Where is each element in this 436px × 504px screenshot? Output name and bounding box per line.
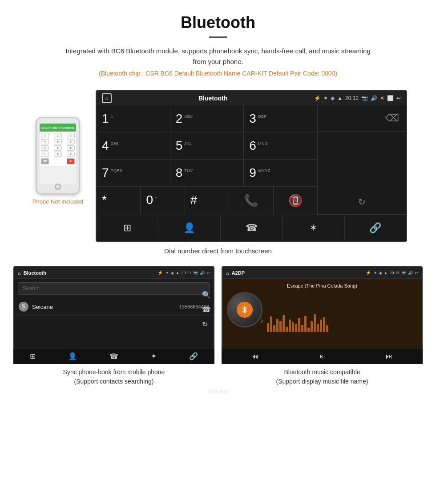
- action-contacts[interactable]: 👤: [158, 215, 220, 241]
- phone-key-8: 8: [54, 145, 62, 151]
- music-title: A2DP: [232, 270, 363, 276]
- refresh-icon: ↻: [358, 196, 366, 207]
- next-skip-icon[interactable]: ⏭: [386, 352, 393, 360]
- phonebook-usb-icon: ⚡: [157, 270, 163, 275]
- dialpad-row-1: 1 ⌂ 2 ABC 3 DEF: [97, 105, 317, 132]
- status-left: ⌂: [102, 93, 112, 103]
- location-icon: ◈: [331, 95, 335, 101]
- search-side-icon[interactable]: 🔍: [202, 291, 211, 299]
- backspace-btn[interactable]: ⌫: [318, 105, 406, 132]
- backspace-icon: ⌫: [385, 112, 399, 124]
- page-description: Integrated with BC6 Bluetooth module, su…: [62, 46, 374, 67]
- music-time: 20:15: [389, 271, 400, 275]
- dial-caption: Dial number direct from touchscreen: [0, 242, 436, 262]
- phonebook-side-actions: 🔍 ☎ ↻: [202, 291, 211, 328]
- phone-key-9: 9: [67, 145, 75, 151]
- music-screenshot: ⌂ A2DP ⚡ ✶ ◈ ▲ 20:15 📷 🔊 ↩ Escape (: [222, 266, 423, 386]
- phone-image: M320 + Add to Contacts 1 2 3 4 5 6: [36, 117, 80, 195]
- phonebook-caption: Sync phone-book from mobile phone (Suppo…: [63, 368, 165, 386]
- phonebook-status-right: ✶ ◈ ▲ 20:11 📷 🔊 ↩: [166, 271, 210, 275]
- phone-screen-header: M320 + Add to Contacts: [40, 124, 76, 132]
- main-screen-section: M320 + Add to Contacts 1 2 3 4 5 6: [0, 81, 436, 242]
- phone-keypad: 1 2 3 4 5 6 7 8 9 *: [40, 132, 76, 166]
- bluetooth-icon: ✶: [309, 222, 317, 234]
- pb-link-icon[interactable]: 🔗: [189, 352, 198, 360]
- dialpad-actions: ⊞ 👤 ☎ ✶ 🔗: [97, 215, 406, 241]
- music-bt-icon: ✶: [374, 271, 377, 275]
- phonebook-screen: ⌂ Bluetooth ⚡ ✶ ◈ ▲ 20:11 📷 🔊 ↩ Sea: [13, 266, 214, 364]
- dial-key-8[interactable]: 8 TUV: [170, 160, 244, 186]
- phonebook-loc-icon: ◈: [171, 271, 174, 275]
- page-title: Bluetooth: [9, 13, 427, 32]
- android-dialpad-screen: ⌂ Bluetooth ⚡ ✶ ◈ ▲ 20:12 📷 🔊 ✕ ⬜ ↩: [96, 90, 407, 242]
- bluetooth-badge: [237, 302, 253, 318]
- back-icon: ↩: [396, 95, 401, 101]
- action-dialpad[interactable]: ⊞: [97, 215, 158, 241]
- watermark: Seicane: [0, 386, 436, 396]
- dial-key-0[interactable]: 0 +: [141, 187, 185, 215]
- music-status-right: ✶ ◈ ▲ 20:15 📷 🔊 ↩: [374, 271, 418, 275]
- music-loc-icon: ◈: [379, 271, 382, 275]
- phone-key-2: 2: [54, 133, 62, 138]
- phone-screen: M320 + Add to Contacts 1 2 3 4 5 6: [40, 124, 76, 184]
- bt-status-icon: ✶: [323, 95, 328, 101]
- play-pause-icon[interactable]: ⏯: [319, 352, 326, 360]
- phonebook-search-bar[interactable]: Search: [18, 282, 210, 295]
- music-usb-icon: ⚡: [366, 270, 371, 275]
- music-screen: ⌂ A2DP ⚡ ✶ ◈ ▲ 20:15 📷 🔊 ↩ Escape (: [222, 266, 423, 364]
- title-divider: [209, 36, 227, 38]
- phone-key-hash: #: [67, 152, 75, 157]
- dial-input-area: [318, 132, 406, 189]
- dial-key-2[interactable]: 2 ABC: [170, 105, 244, 132]
- pb-bt-icon[interactable]: ✶: [151, 352, 157, 360]
- dial-key-star[interactable]: *: [97, 187, 141, 215]
- dial-key-4[interactable]: 4 GHI: [97, 132, 170, 159]
- dialpad-row-4: * 0 + # 📞 📵: [97, 187, 317, 215]
- phone-home-btn: [55, 184, 61, 190]
- prev-skip-icon[interactable]: ⏮: [251, 352, 258, 360]
- dial-key-3[interactable]: 3 DEF: [244, 105, 317, 132]
- camera-icon: 📷: [361, 95, 368, 101]
- pb-dialpad-icon[interactable]: ⊞: [30, 352, 36, 360]
- dial-key-7[interactable]: 7 PQRS: [97, 160, 170, 186]
- action-link[interactable]: 🔗: [345, 215, 406, 241]
- home-icon[interactable]: ⌂: [102, 93, 112, 103]
- dial-key-hash[interactable]: #: [185, 187, 229, 215]
- music-note-icon: ♪: [260, 317, 263, 324]
- status-right: ⚡ ✶ ◈ ▲ 20:12 📷 🔊 ✕ ⬜ ↩: [314, 95, 401, 101]
- contacts-icon: 👤: [183, 222, 195, 234]
- call-side-icon[interactable]: ☎: [202, 305, 211, 314]
- phone-key-3: 3: [67, 133, 75, 138]
- search-placeholder: Search: [23, 285, 40, 292]
- phonebook-back-icon: ↩: [206, 271, 210, 275]
- window-icon: ⬜: [387, 95, 394, 101]
- usb-icon: ⚡: [314, 95, 321, 101]
- dialpad-row-3: 7 PQRS 8 TUV 9 WXYZ: [97, 160, 317, 187]
- dialpad-container: 1 ⌂ 2 ABC 3 DEF 4 GHI: [97, 105, 406, 215]
- pb-phone-icon[interactable]: ☎: [109, 352, 118, 360]
- dial-key-1[interactable]: 1 ⌂: [97, 105, 170, 132]
- call-red-icon: 📵: [288, 194, 303, 208]
- dial-call-green[interactable]: 📞: [229, 187, 273, 215]
- phone-call-btn: ☎: [41, 158, 49, 164]
- phonebook-sig-icon: ▲: [176, 271, 180, 275]
- pb-contacts-icon[interactable]: 👤: [68, 352, 77, 360]
- time-display: 20:12: [345, 95, 359, 101]
- dial-call-red[interactable]: 📵: [274, 187, 317, 215]
- music-song-title: Escape (The Pina Colada Song): [287, 283, 357, 288]
- phonebook-contact[interactable]: S Seicane 13566664466: [14, 298, 214, 316]
- music-vol-icon: 🔊: [408, 271, 413, 275]
- action-phone[interactable]: ☎: [221, 215, 283, 241]
- phone-key-6: 6: [67, 139, 75, 144]
- refresh-side-icon[interactable]: ↻: [202, 320, 211, 328]
- action-bluetooth[interactable]: ✶: [283, 215, 344, 241]
- dial-key-6[interactable]: 6 MNO: [244, 132, 317, 159]
- bluetooth-info: (Bluetooth chip : CSR BC6 Default Blueto…: [9, 70, 427, 77]
- dial-key-9[interactable]: 9 WXYZ: [244, 160, 317, 186]
- refresh-btn[interactable]: ↻: [318, 189, 406, 215]
- phonebook-vol-icon: 🔊: [200, 271, 205, 275]
- phone-key-7: 7: [41, 145, 49, 151]
- dial-display: ⌫ ↻: [317, 105, 406, 215]
- dial-key-5[interactable]: 5 JKL: [170, 132, 244, 159]
- dialpad-grid: 1 ⌂ 2 ABC 3 DEF 4 GHI: [97, 105, 317, 215]
